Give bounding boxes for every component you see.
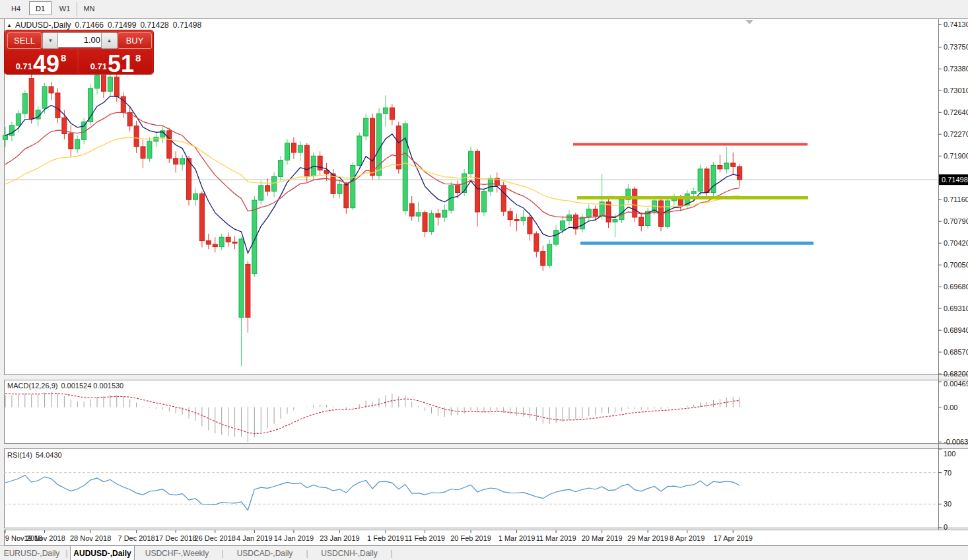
period-tab-D1[interactable]: D1 [29,1,52,15]
open-value: 0.71466 [75,20,104,30]
buy-price-big: 51 [108,54,134,74]
candle-body [219,237,224,246]
candle-body [528,217,532,234]
candle-body [481,192,486,212]
candle-body [246,264,250,317]
panel-divider[interactable] [4,375,968,380]
candle-body [383,108,388,114]
candle-body [705,169,709,193]
date-axis-label: 20 Mar 2019 [582,534,623,542]
candle-body [580,217,584,229]
candle-body [291,143,296,153]
sell-price-display[interactable]: 0.71498 [5,50,77,74]
candle-body [298,145,302,153]
candle-body [718,166,722,169]
candle-body [731,163,736,166]
candle-body [521,217,526,221]
period-tabs: H4D1W1MN [5,1,102,15]
date-axis-label: 14 Jan 2019 [274,534,314,542]
low-value: 0.71428 [140,20,168,30]
period-tab-W1[interactable]: W1 [53,1,76,15]
candle-body [22,94,27,114]
candle-body [541,252,545,265]
price-axis-label: 0.72270 [944,130,968,138]
macd-axis-label: -0.00639 [944,438,968,446]
candle-body [639,217,644,225]
symbol-tab-EURUSD[interactable]: EURUSD-,Daily [0,546,63,560]
date-axis-label: 7 Dec 2018 [118,534,155,542]
collapse-panel-icon[interactable]: ▲ [7,22,12,28]
buy-button[interactable]: BUY [118,32,152,49]
candle-body [279,160,283,176]
sell-price-big: 49 [33,54,59,74]
candle-body [29,79,34,120]
symbol-tab-USDCAD[interactable]: USDCAD-,Daily [226,546,304,560]
period-tab-MN[interactable]: MN [78,1,100,15]
price-axis-label: 0.68570 [944,348,968,356]
candle-body [272,176,277,191]
candle-body [364,118,368,136]
candle-body [134,126,139,147]
tab-separator: | [219,546,226,560]
candle-body [344,184,349,208]
candle-body [3,135,8,139]
trade-prices-row: 0.71498 0.71518 [5,50,153,74]
date-axis-label: 17 Apr 2019 [714,534,753,542]
rsi-value: 54.0430 [36,451,62,459]
candle-body [187,158,191,199]
candle-body [193,193,197,199]
candle-body [593,209,598,216]
trade-controls-row: SELL ▼ ▲ BUY [5,32,153,48]
candle-body [429,214,434,232]
candle-body [508,211,512,219]
toolbar-divider [77,2,77,17]
candle-body [108,77,112,91]
period-tab-H4[interactable]: H4 [5,1,27,15]
bid-price-tag-text: 0.71498 [942,176,968,184]
candle-body [475,151,479,212]
symbol-tab-AUDUSD[interactable]: AUDUSD-,Daily [70,546,135,560]
candle-body [488,178,493,192]
macd-indicator-label: MACD(12,26,9)0.001524 0.001530 [7,382,123,390]
candle-body [456,186,460,193]
candle-body [586,209,591,217]
close-value: 0.71498 [173,20,201,30]
candle-body [738,166,742,180]
chart-canvas[interactable]: 0.741300.737500.733800.730100.726400.722… [0,0,968,560]
price-axis-label: 0.69310 [944,304,968,312]
symbol-tab-USDCNH[interactable]: USDCNH-,Daily [310,546,388,560]
volume-decrease-button[interactable]: ▼ [42,32,59,49]
candle-body [613,220,617,223]
buy-price-display[interactable]: 0.71518 [79,50,152,74]
candle-body [199,193,204,240]
date-axis-label: 29 Mar 2019 [627,534,668,542]
price-axis-label: 0.73010 [944,87,968,94]
macd-name: MACD(12,26,9) [7,382,57,390]
symbol-period-label: AUDUSD-,Daily [15,20,71,30]
chart-info-line: ▲AUDUSD-,Daily0.714660.714990.714280.714… [7,20,201,30]
candle-body [357,136,362,166]
chart-tabs-bar: EURUSD-,Daily|AUDUSD-,DailyUSDCHF-,Weekl… [0,545,968,560]
panel-divider[interactable] [4,444,968,449]
volume-increase-button[interactable]: ▲ [101,32,118,49]
candle-body [396,126,401,169]
candle-body [16,114,20,125]
candle-body [436,214,440,217]
rsi-axis-label: 70 [944,469,951,477]
tab-separator: | [304,546,310,560]
candle-body [174,158,178,164]
rsi-axis-label: 100 [944,450,955,458]
sell-button[interactable]: SELL [7,32,42,49]
candle-body [213,244,217,247]
candle-body [665,201,670,227]
price-axis-label: 0.71160 [944,195,968,203]
candle-body [141,147,145,158]
buy-price-prefix: 0.71 [90,61,107,71]
volume-input[interactable] [57,32,104,48]
candle-body [501,186,506,211]
price-axis-label: 0.74130 [944,20,968,28]
macd-axis-label: 0.00 [944,403,957,411]
candle-body [167,131,172,158]
symbol-tab-USDCHF[interactable]: USDCHF-,Weekly [135,546,219,560]
candle-body [403,123,407,211]
